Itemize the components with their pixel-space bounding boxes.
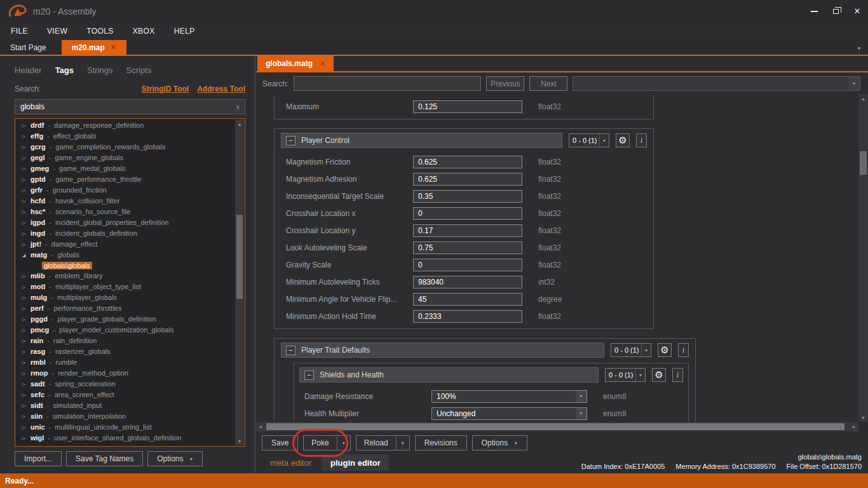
expander-collapsed-icon[interactable]: ▷ <box>22 229 31 239</box>
clear-search-icon[interactable]: x <box>236 103 240 111</box>
field-input[interactable]: 0.125 <box>413 100 522 113</box>
info-icon[interactable]: i <box>678 343 689 357</box>
expander-collapsed-icon[interactable]: ▷ <box>22 240 31 250</box>
field-input[interactable]: 0.75 <box>413 241 522 254</box>
expander-collapsed-icon[interactable]: ▷ <box>22 164 31 174</box>
expander-collapsed-icon[interactable]: ▷ <box>22 175 31 185</box>
tree-item[interactable]: ▷sidt-simulated_input <box>17 400 234 411</box>
tree-item[interactable]: ▷grfr-grounded_friction <box>17 185 234 196</box>
expander-collapsed-icon[interactable]: ▷ <box>22 412 31 422</box>
tree-item[interactable]: ▷rain-rain_definition <box>17 336 234 346</box>
expander-collapsed-icon[interactable]: ▷ <box>22 379 31 390</box>
tree-item[interactable]: ▷gcrg-game_completion_rewards_globals <box>17 142 234 152</box>
field-dropdown[interactable]: 100%▼ <box>431 390 587 403</box>
field-dropdown[interactable]: Unchanged▼ <box>431 407 587 420</box>
info-icon[interactable]: i <box>636 133 647 147</box>
expander-collapsed-icon[interactable]: ▷ <box>22 293 31 303</box>
gear-icon[interactable]: ⚙ <box>658 343 672 357</box>
tree-item[interactable]: ▷pggd-player_grade_globals_definition <box>17 314 234 325</box>
collapse-button[interactable]: − <box>286 346 295 355</box>
vertical-scrollbar-thumb[interactable] <box>860 151 867 175</box>
tree-item[interactable]: ▷rmbl-rumble <box>17 357 234 368</box>
block-index-dropdown[interactable]: 0 - 0 (1)▼ <box>605 368 646 382</box>
tab-m20-map[interactable]: m20.map ✕ <box>62 40 126 55</box>
editor-options-button[interactable]: Options ▼ <box>472 435 527 451</box>
block-index-dropdown[interactable]: 0 - 0 (1)▼ <box>611 343 651 357</box>
scroll-right-icon[interactable]: ► <box>850 422 858 431</box>
close-button[interactable]: ✕ <box>846 3 868 20</box>
expander-collapsed-icon[interactable]: ▷ <box>22 347 31 357</box>
collapse-button[interactable]: − <box>286 136 295 146</box>
expander-collapsed-icon[interactable]: ▷ <box>22 369 31 379</box>
menu-view[interactable]: VIEW <box>37 24 77 38</box>
tab-start-page[interactable]: Start Page <box>0 40 57 55</box>
editor-search-input[interactable] <box>294 76 481 91</box>
expander-collapsed-icon[interactable]: ▷ <box>22 218 31 228</box>
expander-collapsed-icon[interactable]: ▷ <box>22 132 31 142</box>
search-results-dropdown[interactable]: ▼ <box>573 76 860 91</box>
scroll-down-icon[interactable]: ▼ <box>858 413 868 422</box>
reload-button[interactable]: Reload ▼ <box>356 435 410 451</box>
expander-collapsed-icon[interactable]: ▷ <box>22 153 31 163</box>
expander-collapsed-icon[interactable]: ▷ <box>22 433 31 444</box>
tag-search-input[interactable]: globals x <box>15 99 245 114</box>
info-icon[interactable]: i <box>672 368 683 382</box>
expander-collapsed-icon[interactable]: ▷ <box>22 121 31 131</box>
close-icon[interactable]: ✕ <box>320 60 325 68</box>
horizontal-scrollbar-thumb[interactable] <box>266 423 844 430</box>
tab-meta-editor[interactable]: meta editor <box>262 454 320 471</box>
tab-globals-matg[interactable]: globals.matg ✕ <box>257 56 334 71</box>
tree-item[interactable]: ▷siin-simulation_interpolation <box>17 411 234 422</box>
expander-collapsed-icon[interactable]: ▷ <box>22 142 31 152</box>
tab-list-chevron-icon[interactable]: ▼ <box>857 46 862 51</box>
poke-button[interactable]: Poke ▼ <box>303 435 350 451</box>
tree-item[interactable]: ▷effg-effect_globals <box>17 131 234 142</box>
tab-strings[interactable]: Strings <box>87 65 112 75</box>
gear-icon[interactable]: ⚙ <box>616 133 630 147</box>
tree-item[interactable]: ▷mlib-emblem_library <box>17 271 234 281</box>
next-button[interactable]: Next <box>529 76 567 91</box>
tree-item[interactable]: ▷mulg-multiplayer_globals <box>17 292 234 303</box>
previous-button[interactable]: Previous <box>486 76 524 91</box>
expander-collapsed-icon[interactable]: ▷ <box>22 325 31 336</box>
menu-tools[interactable]: TOOLS <box>77 24 123 38</box>
menu-file[interactable]: FILE <box>1 24 37 38</box>
tree-item[interactable]: ▷igpd-incident_global_properties_definit… <box>17 217 234 228</box>
tree-item[interactable]: ▷hcfd-havok_collision_filter <box>17 196 234 207</box>
block-index-dropdown[interactable]: 0 - 0 (1)▼ <box>569 133 609 147</box>
tree-item[interactable]: ▷hsc*-scenario_hs_source_file <box>17 207 234 217</box>
minimize-button[interactable] <box>803 3 825 20</box>
tree-item[interactable]: ▷gmeg-game_medal_globals <box>17 163 234 174</box>
expander-collapsed-icon[interactable]: ▷ <box>22 358 31 368</box>
expander-collapsed-icon[interactable]: ▷ <box>22 390 31 400</box>
save-tag-names-button[interactable]: Save Tag Names <box>66 451 143 466</box>
vertical-scrollbar[interactable]: ▲ ▼ <box>858 94 868 422</box>
tree-item[interactable]: ▷perf-performance_throttles <box>17 303 234 314</box>
field-input[interactable]: 0.625 <box>413 173 522 186</box>
expander-collapsed-icon[interactable]: ▷ <box>22 186 31 196</box>
tab-header[interactable]: Header <box>15 65 42 75</box>
scroll-up-icon[interactable]: ▲ <box>235 119 244 128</box>
tree-item[interactable]: ▷drdf-damage_response_definition <box>17 120 234 131</box>
address-tool-link[interactable]: Address Tool <box>197 85 245 93</box>
tree-item[interactable]: ▷ingd-incident_globals_definition <box>17 228 234 239</box>
field-input[interactable]: 45 <box>413 293 522 306</box>
revisions-button[interactable]: Revisions <box>415 435 467 451</box>
tree-item[interactable]: ▷pmcg-player_model_customization_globals <box>17 325 234 336</box>
tree-item[interactable]: ▷wigl-user_interface_shared_globals_defi… <box>17 433 234 444</box>
field-input[interactable]: 0.625 <box>413 156 522 168</box>
tree-item[interactable]: ▷rasg-rasterizer_globals <box>17 346 234 357</box>
expander-collapsed-icon[interactable]: ▷ <box>22 196 31 207</box>
collapse-button[interactable]: − <box>304 370 314 380</box>
expander-collapsed-icon[interactable]: ▷ <box>22 444 31 445</box>
tab-plugin-editor[interactable]: plugin editor <box>322 454 389 471</box>
tree-item[interactable]: ▷sefc-area_screen_effect <box>17 390 234 400</box>
expander-collapsed-icon[interactable]: ▷ <box>22 401 31 411</box>
menu-help[interactable]: HELP <box>165 24 205 38</box>
tree-item[interactable]: ▷sadt-spring_acceleration <box>17 379 234 390</box>
tab-scripts[interactable]: Scripts <box>126 65 152 75</box>
tree-item[interactable]: ▷wind-wind <box>17 444 234 445</box>
chevron-down-icon[interactable]: ▼ <box>337 436 350 450</box>
tag-options-button[interactable]: Options ▼ <box>147 451 203 466</box>
field-input[interactable]: 0 <box>413 259 522 271</box>
